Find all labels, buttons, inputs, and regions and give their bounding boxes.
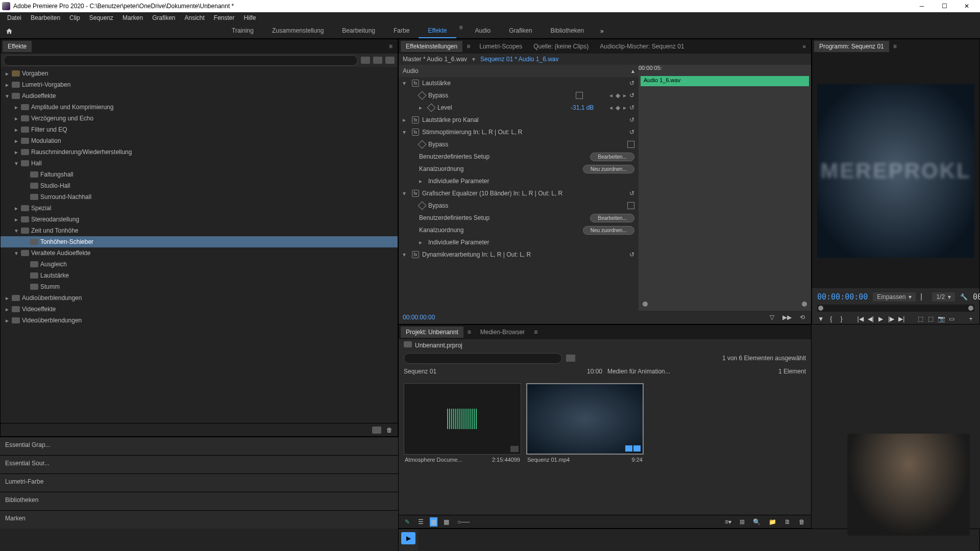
- tree-twisty-icon[interactable]: ►: [5, 71, 10, 77]
- freeform-view-icon[interactable]: ▦: [442, 517, 451, 527]
- prev-kf-icon[interactable]: ◂: [609, 92, 612, 99]
- fx-toggle-icon[interactable]: fx: [412, 129, 419, 136]
- expand-toggle[interactable]: ▸: [419, 178, 425, 185]
- chevron-down-icon[interactable]: ▾: [472, 56, 475, 63]
- ec-master-clip[interactable]: Master * Audio 1_6.wav: [403, 56, 467, 63]
- effect-node[interactable]: ►Videoeffekte: [1, 304, 398, 315]
- effect-node[interactable]: ►Spezial: [1, 203, 398, 214]
- minimize-button[interactable]: ─: [911, 0, 933, 12]
- loop-icon[interactable]: ⟲: [798, 314, 807, 321]
- fx-badge-icon[interactable]: [361, 57, 370, 64]
- effect-node[interactable]: ►Modulation: [1, 135, 398, 146]
- effect-node[interactable]: Studio-Hall: [1, 180, 398, 191]
- bin2-name[interactable]: Medien für Animation...: [607, 368, 670, 375]
- fx-toggle-icon[interactable]: fx: [412, 80, 419, 87]
- icon-view-icon[interactable]: ▦: [430, 517, 437, 527]
- tab-media-browser[interactable]: Medien-Browser: [475, 327, 530, 338]
- fx-toggle-icon[interactable]: fx: [412, 190, 419, 197]
- zoom-handle-icon[interactable]: [643, 302, 648, 307]
- effect-node[interactable]: ►Lumetri-Vorgaben: [1, 79, 398, 90]
- panel-menu-icon[interactable]: ≡: [386, 43, 396, 50]
- collapsed-panel[interactable]: Marken: [0, 510, 398, 529]
- wrench-icon[interactable]: 🔧: [960, 293, 968, 300]
- workspace-overflow-button[interactable]: »: [593, 28, 611, 35]
- expand-toggle[interactable]: ▾: [403, 80, 409, 87]
- reset-icon[interactable]: ↺: [629, 92, 634, 99]
- tree-twisty-icon[interactable]: ►: [14, 116, 19, 121]
- tree-twisty-icon[interactable]: ▼: [5, 93, 10, 99]
- workspace-farbe[interactable]: Farbe: [384, 24, 419, 38]
- zoom-handle-icon[interactable]: [802, 302, 807, 307]
- reset-icon[interactable]: ↺: [629, 190, 634, 197]
- fx-badge-icon[interactable]: [385, 57, 395, 64]
- workspace-audio[interactable]: Audio: [466, 24, 500, 38]
- effect-node[interactable]: ►Amplitude und Komprimierung: [1, 102, 398, 113]
- menu-sequenz[interactable]: Sequenz: [85, 13, 117, 22]
- ec-sequence-clip[interactable]: Sequenz 01 * Audio 1_6.wav: [480, 56, 558, 63]
- expand-toggle[interactable]: ▸: [403, 116, 409, 123]
- list-view-icon[interactable]: ☰: [416, 517, 426, 527]
- workspace-menu-icon[interactable]: ≡: [456, 24, 466, 38]
- expand-toggle[interactable]: ▾: [403, 129, 409, 136]
- workspace-bibliotheken[interactable]: Bibliotheken: [542, 24, 593, 38]
- collapsed-panel[interactable]: Lumetri-Farbe: [0, 473, 398, 492]
- effect-node[interactable]: ►Filter und EQ: [1, 124, 398, 135]
- play-button[interactable]: ▶: [877, 313, 885, 324]
- tree-twisty-icon[interactable]: ►: [14, 127, 19, 133]
- menu-ansicht[interactable]: Ansicht: [180, 13, 208, 22]
- mark-out-button[interactable]: }: [838, 313, 845, 324]
- tree-twisty-icon[interactable]: ►: [14, 138, 19, 144]
- tab-audio-mixer[interactable]: Audioclip-Mischer: Sequenz 01: [595, 41, 689, 52]
- level-value[interactable]: -31,1 dB: [571, 104, 606, 111]
- tab-effects[interactable]: Effekte: [3, 41, 32, 52]
- effect-node[interactable]: ►Verzögerung und Echo: [1, 113, 398, 124]
- tree-twisty-icon[interactable]: ►: [5, 318, 10, 323]
- menu-grafiken[interactable]: Grafiken: [148, 13, 179, 22]
- zoom-fit-select[interactable]: Einpassen▾: [873, 292, 916, 302]
- panel-menu-icon[interactable]: ≡: [464, 329, 474, 336]
- remap-button[interactable]: Neu zuordnen...: [583, 165, 634, 173]
- go-to-out-button[interactable]: ▶|: [898, 313, 905, 324]
- zoom-slider[interactable]: ○──: [455, 517, 472, 527]
- add-marker-button[interactable]: ▼: [817, 313, 824, 324]
- sort-icon[interactable]: ≡▾: [723, 517, 733, 527]
- tree-twisty-icon[interactable]: ►: [5, 295, 10, 301]
- menu-datei[interactable]: Datei: [3, 13, 26, 22]
- bypass-checkbox[interactable]: [627, 202, 634, 209]
- button-editor-button[interactable]: +: [967, 313, 974, 324]
- add-kf-icon[interactable]: ◆: [616, 92, 620, 99]
- add-kf-icon[interactable]: ◆: [616, 104, 620, 111]
- tree-twisty-icon[interactable]: ▼: [14, 228, 19, 234]
- go-to-in-button[interactable]: |◀: [856, 313, 864, 324]
- effect-node[interactable]: ►Stereodarstellung: [1, 214, 398, 225]
- bypass-checkbox[interactable]: [576, 92, 583, 99]
- tree-twisty-icon[interactable]: ►: [5, 82, 10, 88]
- workspace-effekte[interactable]: Effekte: [419, 24, 456, 38]
- ec-clip-bar[interactable]: Audio 1_6.wav: [641, 76, 809, 86]
- menu-bearbeiten[interactable]: Bearbeiten: [27, 13, 64, 22]
- scrub-handle-icon[interactable]: [968, 306, 973, 311]
- tab-lumetri-scopes[interactable]: Lumetri-Scopes: [474, 41, 527, 52]
- fx-badge-icon[interactable]: [373, 57, 382, 64]
- keyframe-toggle[interactable]: [418, 202, 427, 210]
- tree-twisty-icon[interactable]: ►: [14, 149, 19, 155]
- lift-button[interactable]: ⬚: [917, 313, 924, 324]
- reset-icon[interactable]: ↺: [629, 104, 634, 111]
- project-item[interactable]: Atmosphere Docume...2:15:44099: [404, 383, 521, 510]
- effects-search-input[interactable]: [4, 55, 358, 66]
- workspace-zusammenstellung[interactable]: Zusammenstellung: [263, 24, 333, 38]
- effect-node[interactable]: ▼Zeit und Tonhöhe: [1, 225, 398, 236]
- expand-toggle[interactable]: ▸: [419, 104, 425, 111]
- scrub-handle-icon[interactable]: [818, 306, 823, 311]
- tree-twisty-icon[interactable]: ►: [14, 217, 19, 222]
- delete-icon[interactable]: 🗑: [386, 427, 393, 434]
- tab-source[interactable]: Quelle: (keine Clips): [528, 41, 594, 52]
- effect-node[interactable]: ►Vorgaben: [1, 68, 398, 79]
- comparison-button[interactable]: ▭: [948, 313, 955, 324]
- tab-effect-controls[interactable]: Effekteinstellungen: [401, 41, 462, 52]
- step-forward-button[interactable]: |▶: [888, 313, 895, 324]
- project-search-input[interactable]: [404, 353, 562, 364]
- effect-node[interactable]: Tonhöhen-Schieber: [1, 236, 398, 247]
- selection-tool[interactable]: ▶: [401, 532, 415, 544]
- effect-node[interactable]: Surround-Nachhall: [1, 191, 398, 203]
